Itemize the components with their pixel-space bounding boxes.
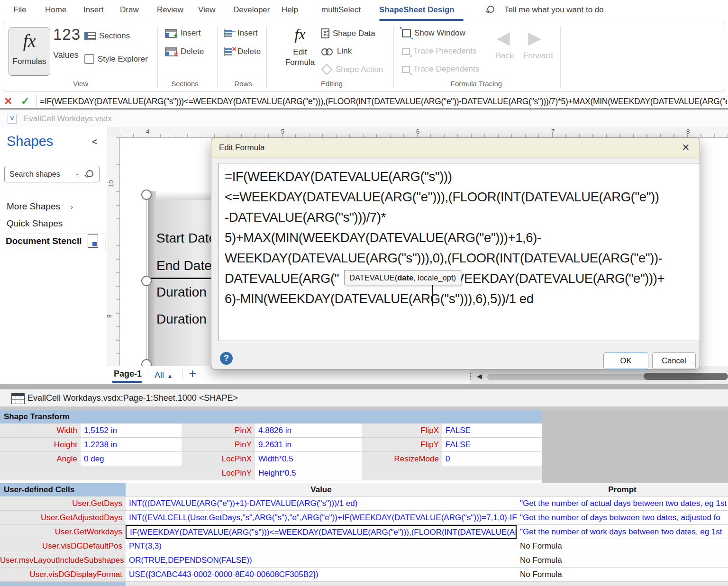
more-shapes-item[interactable]: More Shapes› [7,201,73,212]
resize-grip[interactable]: ⋱ [692,361,697,367]
row-name[interactable]: User.msvLayoutIncludeSubshapes [0,553,126,568]
row-prompt[interactable]: "Get the number of work days between two… [517,525,728,539]
insert-section-button[interactable]: ＋ Insert [165,28,201,38]
row-prompt[interactable]: "Get the number of actual days between t… [517,496,728,511]
formula-line: WEEKDAY(DATEVALUE(ARG("s"))),0),(FLOOR(I… [225,248,694,268]
accept-formula-icon[interactable]: ✓ [21,95,29,108]
row-name[interactable]: User.GetDays [0,496,126,511]
formula-line: 5)+MAX(MIN(WEEKDAY(DATEVALUE(ARG("e")))+… [225,227,694,248]
cell-label[interactable]: Width [0,424,81,438]
scroll-left-arrow[interactable]: ◀ [477,372,482,380]
insert-row-button[interactable]: ← Insert [224,28,258,38]
row-prompt[interactable]: No Formula [517,553,728,568]
shape-data-icon [321,28,329,38]
ok-button[interactable]: OK [603,352,648,369]
tab-shapesheet-design[interactable]: ShapeSheet Design [379,5,455,15]
horizontal-scrollbar-thumb[interactable] [644,373,728,380]
group-label-formula-tracing: Formula Tracing [448,80,505,88]
cell-value[interactable]: 1.2238 in [81,438,182,452]
cell-value[interactable]: FALSE [442,424,542,438]
search-icon[interactable] [86,170,93,177]
search-shapes-input[interactable]: Search shapes ⌄ [4,166,100,182]
user-cell-row: User.GetWorkdays IF(WEEKDAY(DATEVALUE(AR… [0,525,728,539]
formula-bar-input[interactable]: =IF(WEEKDAY(DATEVALUE(ARG("s")))<=WEEKDA… [40,97,727,108]
group-label-view: View [52,80,109,88]
add-page-button[interactable]: + [189,366,196,381]
formula-line: =IF(WEEKDAY(DATEVALUE(ARG("s"))) [225,166,694,187]
cell-value[interactable]: 9.2631 in [255,438,362,452]
cell-label[interactable]: LocPinX [182,452,255,466]
menu-review[interactable]: Review [157,5,183,15]
menu-help[interactable]: Help [282,5,298,15]
style-explorer-toggle[interactable]: Style Explorer [84,54,148,64]
cell-label[interactable]: PinX [182,424,255,438]
cancel-button[interactable]: Cancel [652,352,696,369]
all-pages-dropdown[interactable]: All▲ [155,370,173,380]
row-name[interactable]: User.visDGDefaultPos [0,539,126,553]
sections-view-button[interactable]: Sections [84,31,130,41]
splitter-handle[interactable]: ⋮ [466,371,474,381]
delete-row-button[interactable]: ✕ Delete [224,47,261,56]
cell-value[interactable]: 4.8826 in [255,424,362,438]
selection-handle[interactable] [141,189,152,200]
menu-draw[interactable]: Draw [120,5,139,15]
shapesheet-gap [0,406,728,410]
row-value[interactable]: USE({3CABC443-0002-0000-8E40-00608CF305B… [126,568,517,582]
group-label-sections: Sections [159,80,211,88]
row-prompt[interactable]: "Get the number of days between two date… [517,511,728,525]
cell-label[interactable]: ResizeMode [362,452,442,466]
user-cells-header[interactable]: User-defined Cells [0,483,126,496]
cell-value[interactable]: Height*0.5 [255,466,362,480]
formulas-button[interactable]: fx Formulas [9,27,50,76]
collapse-panel-icon[interactable]: < [92,136,98,147]
triangle-up-icon: ▲ [167,372,173,379]
tellme-box[interactable]: Tell me what you want to do [504,5,604,15]
row-value-selected[interactable]: IF(WEEKDAY(DATEVALUE(ARG("s")))<=WEEKDAY… [126,525,517,539]
cell-label[interactable]: Height [0,438,81,452]
cell-value[interactable]: FALSE [442,438,542,452]
row-prompt[interactable]: No Formula [517,539,728,553]
row-name[interactable]: User.GetWorkdays [0,525,126,539]
row-value[interactable]: INT((EVALCELL(User.GetDays,"s",ARG("s"),… [126,511,517,525]
tab-page-1[interactable]: Page-1 [114,369,142,379]
help-icon[interactable]: ? [220,352,233,365]
edit-formula-button[interactable]: fx Edit Formula [280,26,320,68]
menu-insert[interactable]: Insert [83,5,104,15]
menu-home[interactable]: Home [45,5,66,15]
link-button[interactable]: Link [321,46,352,56]
tab-divider [148,370,148,380]
close-icon[interactable]: ✕ [680,142,692,153]
cell-label[interactable]: LocPinY [182,466,255,480]
cell-value[interactable]: 0 deg [81,452,182,466]
row-prompt[interactable]: No Formula [517,568,728,582]
cell-value[interactable]: 1.5152 in [81,424,182,438]
cell-value[interactable]: Width*0.5 [255,452,362,466]
dialog-titlebar[interactable]: Edit Formula ✕ [211,138,700,158]
quick-shapes-item[interactable]: Quick Shapes [7,218,63,229]
row-name[interactable]: User.GetAdjustedDays [0,511,126,525]
row-value[interactable]: OR(TRUE,DEPENDSON(FALSE)) [126,553,517,568]
shape-data-button[interactable]: Shape Data [321,28,375,38]
delete-section-button[interactable]: ✕ Delete [165,47,204,56]
menu-multiselect[interactable]: multiSelect [321,5,361,15]
row-value[interactable]: PNT(3,3) [126,539,517,553]
values-button[interactable]: 123 Values [53,26,82,60]
cell-label[interactable]: FlipY [362,438,442,452]
cell-label[interactable]: FlipX [362,424,442,438]
chevron-down-icon[interactable]: ⌄ [75,170,80,177]
menu-view[interactable]: View [198,5,216,15]
window-splitter[interactable] [0,384,728,389]
shape-text-start-date: Start Date [156,231,216,246]
menu-developer[interactable]: Developer [233,5,270,15]
cell-value[interactable]: 0 [442,452,542,466]
row-value[interactable]: INT(((DATEVALUE(ARG("e"))+1)-DATEVALUE(A… [126,496,517,511]
menu-file[interactable]: File [13,5,26,15]
row-name[interactable]: User.visDGDisplayFormat [0,568,126,582]
shape-transform-header[interactable]: Shape Transform [0,410,542,424]
cancel-formula-icon[interactable]: ✕ [4,95,12,108]
cell-label[interactable]: PinY [182,438,255,452]
show-window-button[interactable]: Show Window [402,28,465,38]
formula-edit-area[interactable]: =IF(WEEKDAY(DATEVALUE(ARG("s"))) <=WEEKD… [218,163,700,341]
selection-handle[interactable] [141,276,152,286]
cell-label[interactable]: Angle [0,452,81,466]
